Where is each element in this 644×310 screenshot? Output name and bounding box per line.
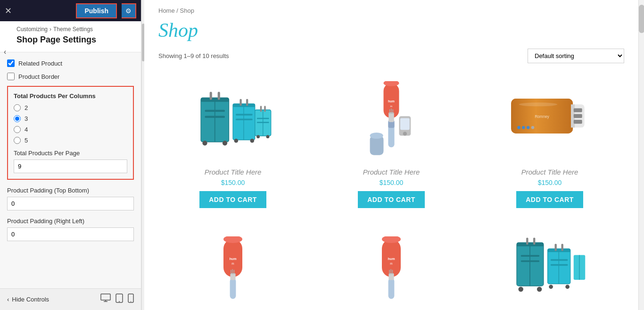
svg-text:hum: hum: [388, 100, 395, 103]
padding-top-bottom-input[interactable]: [7, 197, 134, 210]
showing-text: Showing 1–9 of 10 results: [158, 52, 229, 59]
left-panel: ✕ Publish ⚙ ‹ Customizing › Theme Settin…: [0, 0, 141, 310]
product-image-4: hum m: [163, 227, 303, 310]
svg-rect-44: [400, 118, 410, 130]
hide-controls-label: Hide Controls: [12, 296, 49, 303]
svg-point-6: [131, 301, 132, 302]
svg-point-55: [517, 126, 520, 129]
svg-point-45: [403, 132, 407, 135]
breadcrumb-part1: Customizing: [17, 26, 48, 33]
svg-rect-10: [205, 110, 225, 112]
svg-rect-93: [555, 244, 557, 251]
svg-point-31: [256, 135, 260, 138]
product-card-4: hum m Product Title Here $150.00: [158, 222, 307, 310]
shop-meta: Showing 1–9 of 10 results Default sortin…: [158, 49, 624, 63]
hide-controls-button[interactable]: ‹ Hide Controls: [7, 296, 49, 303]
sort-select[interactable]: Default sorting Sort by popularity Sort …: [528, 49, 624, 63]
product-border-checkbox[interactable]: [7, 73, 15, 80]
padding-top-bottom-section: Product Padding (Top Bottom): [7, 187, 134, 210]
svg-point-56: [522, 126, 525, 129]
svg-rect-40: [389, 109, 390, 114]
product-border-label: Product Border: [18, 73, 59, 80]
product-image-3: Romney: [480, 77, 619, 162]
svg-rect-85: [533, 238, 535, 245]
svg-rect-21: [239, 99, 241, 106]
svg-rect-11: [205, 116, 225, 118]
svg-text:m: m: [390, 262, 392, 265]
page-title: Shop Page Settings: [17, 33, 134, 50]
right-scrollbar-thumb: [639, 5, 644, 33]
svg-point-96: [565, 285, 570, 289]
svg-rect-65: [230, 278, 236, 299]
add-to-cart-2[interactable]: Add to cart: [358, 191, 425, 208]
device-icons: [100, 293, 134, 305]
close-button[interactable]: ✕: [5, 7, 12, 15]
shop-title: Shop: [158, 19, 624, 42]
product-price-1: $150.00: [163, 179, 303, 186]
svg-rect-91: [551, 259, 568, 261]
svg-rect-12: [210, 92, 212, 100]
svg-rect-20: [236, 118, 253, 120]
bottom-bar: ‹ Hide Controls: [0, 288, 141, 310]
svg-point-24: [250, 139, 255, 143]
padding-right-left-section: Product Padding (Right Left): [7, 218, 134, 241]
product-price-2: $150.00: [322, 179, 461, 186]
back-button[interactable]: ‹: [4, 48, 6, 56]
columns-radio-4-row: 4: [14, 126, 127, 133]
product-image-2: hum m: [322, 77, 461, 162]
publish-button[interactable]: Publish: [76, 3, 117, 18]
related-product-checkbox[interactable]: [7, 59, 15, 67]
columns-radio-5[interactable]: [14, 137, 21, 144]
add-to-cart-3[interactable]: Add to cart: [516, 191, 583, 208]
svg-text:hum: hum: [229, 257, 236, 261]
right-panel: Home / Shop Shop Showing 1–9 of 10 resul…: [144, 0, 638, 310]
add-to-cart-1[interactable]: Add to cart: [199, 191, 266, 208]
columns-radio-4[interactable]: [14, 126, 21, 133]
svg-rect-67: [231, 270, 231, 275]
svg-point-58: [531, 126, 535, 129]
svg-rect-68: [232, 269, 233, 274]
svg-text:m: m: [231, 262, 234, 265]
breadcrumb: Customizing › Theme Settings: [17, 26, 134, 33]
columns-radio-2-row: 2: [14, 104, 127, 111]
svg-rect-78: [392, 270, 393, 275]
tablet-icon[interactable]: [116, 293, 123, 305]
svg-rect-94: [561, 244, 563, 251]
svg-point-86: [519, 287, 524, 292]
columns-radio-2[interactable]: [14, 104, 21, 111]
svg-text:hum: hum: [388, 257, 395, 261]
svg-rect-19: [236, 114, 253, 115]
svg-rect-52: [574, 108, 582, 112]
product-card-3: Romney Product Title Here $150.00 Add to…: [475, 73, 624, 213]
products-grid: Product Title Here $150.00 Add to cart h…: [158, 73, 624, 310]
mobile-icon[interactable]: [128, 293, 134, 305]
columns-radio-3-row: 3: [14, 115, 127, 122]
columns-radio-2-label: 2: [25, 104, 28, 111]
svg-rect-29: [260, 106, 262, 112]
per-page-input[interactable]: [14, 159, 127, 173]
product-image-1: [163, 77, 303, 162]
svg-point-47: [370, 132, 383, 138]
columns-radio-5-label: 5: [25, 137, 28, 144]
svg-point-4: [119, 301, 120, 302]
svg-point-95: [549, 285, 553, 289]
desktop-icon[interactable]: [100, 293, 111, 305]
product-title-3: Product Title Here: [480, 168, 619, 176]
product-image-6: [480, 227, 619, 310]
product-price-3: $150.00: [480, 179, 619, 186]
top-bar: ✕ Publish ⚙: [0, 0, 141, 21]
columns-radio-3[interactable]: [14, 115, 21, 122]
gear-button[interactable]: ⚙: [122, 3, 136, 18]
columns-radio-4-label: 4: [25, 126, 28, 133]
product-title-1: Product Title Here: [163, 168, 303, 176]
svg-point-14: [202, 141, 207, 145]
padding-right-left-input[interactable]: [7, 227, 134, 241]
product-card-1: Product Title Here $150.00 Add to cart: [158, 73, 307, 213]
panel-content: Related Product Product Border Total Pro…: [0, 52, 141, 288]
columns-section-label: Total Products Per Columns: [14, 92, 127, 100]
svg-rect-69: [234, 270, 235, 275]
svg-point-57: [527, 126, 530, 129]
svg-rect-27: [257, 118, 269, 119]
right-scrollbar[interactable]: [638, 0, 644, 310]
svg-point-23: [234, 139, 239, 143]
